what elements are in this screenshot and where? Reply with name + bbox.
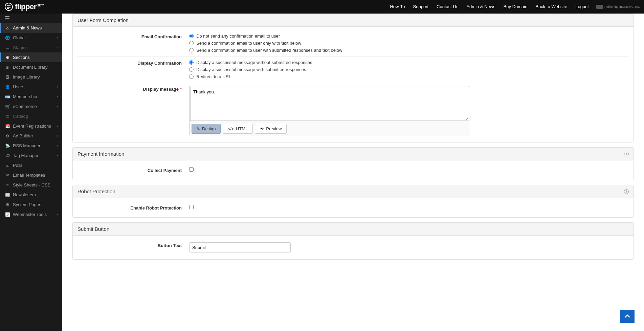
nav-howto[interactable]: How-To <box>386 0 409 14</box>
sidebar-item-label: Document Library <box>13 65 48 70</box>
sidebar-item-webmaster-tools[interactable]: 📈Webmaster Tools‹ <box>0 209 62 219</box>
sidebar-item-label: RSS Manager <box>13 143 41 148</box>
sidebar-item-global[interactable]: 🌐Global‹ <box>0 33 62 43</box>
sidebar-item-membership[interactable]: 🪪Membership‹ <box>0 92 62 102</box>
label-collect-payment: Collect Payment <box>77 167 189 173</box>
nav-contact[interactable]: Contact Us <box>432 0 462 14</box>
checkbox-collect-payment[interactable] <box>189 167 194 172</box>
sidebar-item-label: Webmaster Tools <box>13 212 47 217</box>
nav-adminnews[interactable]: Admin & News <box>462 0 499 14</box>
sidebar-item-staging: ☁Staging‹ <box>0 43 62 52</box>
panel-title: User Form Completion <box>77 17 129 23</box>
sidebar-item-event-registrations[interactable]: 📅Event Registrations‹ <box>0 121 62 131</box>
editor-tab-design[interactable]: ✎ Design <box>192 124 221 134</box>
sidebar: ⌂Admin & News🌐Global‹☁Staging‹⚙Sections🗎… <box>0 14 62 280</box>
info-icon[interactable]: i <box>624 189 629 194</box>
sidebar-item-label: Admin & News <box>13 25 42 30</box>
cloud-icon: ☁ <box>5 45 10 50</box>
panel-robot-protection: Robot Protection i Enable Robot Protecti… <box>72 185 634 218</box>
radio-input[interactable] <box>189 48 194 52</box>
sidebar-item-image-library[interactable]: 🖼Image Library <box>0 72 62 82</box>
panel-user-form-completion: User Form Completion Email Confirmation … <box>72 14 634 142</box>
top-nav: How-To Support Contact Us Admin & News B… <box>386 0 644 14</box>
nav-backtosite[interactable]: Back to Website <box>531 0 571 14</box>
chevron-left-icon: ‹ <box>57 46 58 49</box>
cog-icon: ⚙ <box>5 55 10 60</box>
sidebar-item-system-pages[interactable]: ⚙System Pages <box>0 200 62 209</box>
user-icon: 👤 <box>5 85 10 89</box>
sidebar-item-newsletters[interactable]: 📰Newsletters <box>0 190 62 200</box>
sidebar-item-catalog: ≣Catalog <box>0 111 62 121</box>
info-icon[interactable]: i <box>624 152 629 156</box>
label-enable-robot-protection: Enable Robot Protection <box>77 205 189 211</box>
editor-tab-html[interactable]: </> HTML <box>223 124 253 134</box>
sidebar-item-label: Staging <box>13 45 28 50</box>
sidebar-item-label: Ad Builder <box>13 133 33 138</box>
sidebar-item-style-sheets-css[interactable]: ≡Style Sheets - CSS <box>0 180 62 190</box>
calendar-icon: 📅 <box>5 124 10 129</box>
sidebar-toggle[interactable] <box>0 14 62 23</box>
chevron-left-icon: ‹ <box>57 213 58 216</box>
chevron-left-icon: ‹ <box>57 85 58 89</box>
sidebar-item-label: Global <box>13 35 26 40</box>
pencil-icon: ✎ <box>197 127 200 131</box>
nav-logout[interactable]: Logout <box>571 0 593 14</box>
sidebar-item-label: Catalog <box>13 114 28 119</box>
sidebar-item-label: Email Templates <box>13 173 45 178</box>
tag-icon: 🏷 <box>5 153 10 158</box>
panel-header: Submit Button <box>73 223 634 236</box>
radio-email-with-responses[interactable]: Send a confirmation email to user with s… <box>189 48 629 53</box>
sidebar-item-polls[interactable]: ☑Polls <box>0 160 62 170</box>
label-email-confirmation: Email Confirmation <box>77 34 189 53</box>
panel-submit-button: Submit Button Button Text <box>72 222 634 260</box>
sidebar-item-rss-manager[interactable]: 📡RSS Manager‹ <box>0 141 62 151</box>
logo-text: flipperSD™ <box>15 2 44 11</box>
hamburger-icon <box>5 16 9 20</box>
chevron-left-icon: ‹ <box>57 124 58 128</box>
nav-buydomain[interactable]: Buy Domain <box>499 0 532 14</box>
sidebar-item-label: Newsletters <box>13 192 36 197</box>
file-icon: 🗎 <box>5 65 10 70</box>
input-button-text[interactable] <box>189 242 291 252</box>
chevron-left-icon: ‹ <box>57 144 58 148</box>
code-icon: ≡ <box>5 183 10 187</box>
radio-input[interactable] <box>189 60 194 65</box>
sidebar-item-label: Users <box>13 84 24 89</box>
radio-email-text-only[interactable]: Send a confirmation email to user only w… <box>189 41 629 46</box>
sidebar-item-admin-news[interactable]: ⌂Admin & News <box>0 23 62 33</box>
editor-wrap: ✎ Design </> HTML 👁 Preview <box>189 86 470 135</box>
sidebar-item-users[interactable]: 👤Users‹ <box>0 82 62 92</box>
sidebar-item-label: Membership <box>13 94 37 99</box>
sidebar-item-document-library[interactable]: 🗎Document Library <box>0 62 62 72</box>
radio-input[interactable] <box>189 34 194 38</box>
label-display-message: Display message* <box>77 86 189 135</box>
image-icon: 🖼 <box>5 75 10 80</box>
radio-display-with-responses[interactable]: Display a successful message with submit… <box>189 67 629 72</box>
radio-email-none[interactable]: Do not send any confirmation email to us… <box>189 34 629 39</box>
display-message-editor[interactable] <box>190 87 469 121</box>
editor-tab-preview[interactable]: 👁 Preview <box>255 124 287 134</box>
chevron-left-icon: ‹ <box>57 154 58 157</box>
sidebar-item-label: Sections <box>13 55 30 60</box>
sidebar-item-email-templates[interactable]: ✉Email Templates <box>0 170 62 180</box>
sidebar-item-label: Event Registrations <box>13 124 51 129</box>
logo[interactable]: flipperSD™ <box>0 0 49 14</box>
sidebar-item-sections[interactable]: ⚙Sections <box>0 52 62 62</box>
checkbox-enable-robot-protection[interactable] <box>189 205 194 209</box>
news-icon: 📰 <box>5 193 10 197</box>
radio-display-redirect[interactable]: Redirect to a URL <box>189 74 629 79</box>
sidebar-item-tag-manager[interactable]: 🏷Tag Manager‹ <box>0 151 62 160</box>
eye-icon: 👁 <box>260 127 264 131</box>
panel-title: Robot Protection <box>77 189 115 194</box>
nav-support[interactable]: Support <box>409 0 433 14</box>
idcard-icon: 🪪 <box>5 94 10 99</box>
radio-display-no-responses[interactable]: Display a successful message without sub… <box>189 60 629 65</box>
radio-input[interactable] <box>189 41 194 45</box>
chevron-left-icon: ‹ <box>57 95 58 98</box>
sidebar-item-label: Polls <box>13 163 22 168</box>
chevron-left-icon: ‹ <box>57 36 58 40</box>
radio-input[interactable] <box>189 74 194 79</box>
sidebar-item-ad-builder[interactable]: ⚙Ad Builder‹ <box>0 131 62 141</box>
radio-input[interactable] <box>189 67 194 72</box>
sidebar-item-ecommerce[interactable]: 🛒eCommerce‹ <box>0 102 62 111</box>
